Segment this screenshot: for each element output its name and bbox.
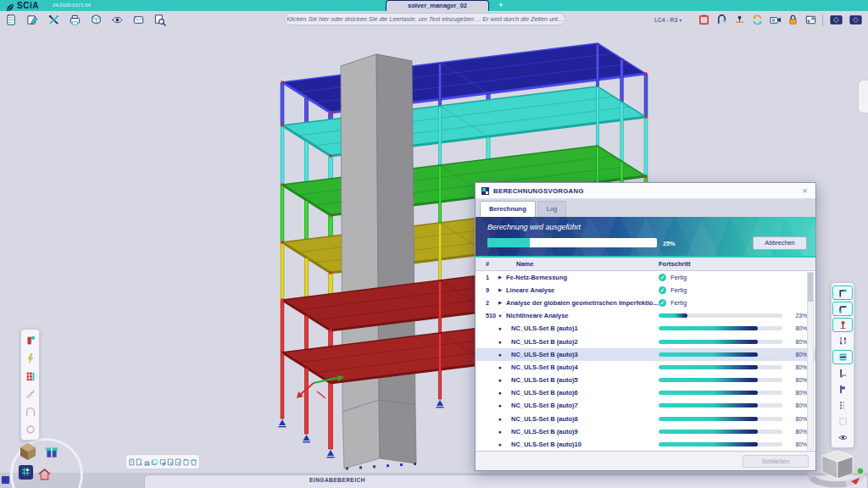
beam-flag-icon[interactable] [832, 382, 853, 396]
document-settings-icon[interactable] [167, 456, 175, 468]
input-panel-bar[interactable] [144, 474, 868, 488]
visibility-icon[interactable] [108, 11, 127, 29]
document-export-icon[interactable] [136, 456, 143, 468]
flag-eu-1-icon[interactable] [826, 11, 845, 29]
grid-red-icon[interactable] [22, 368, 38, 384]
row-progress-bar [659, 352, 782, 357]
header-progress: Fortschritt [659, 260, 815, 268]
chevron-down-icon: ▾ [679, 18, 682, 23]
fullscreen-icon[interactable] [802, 11, 819, 29]
print-icon[interactable] [65, 11, 85, 29]
flag-eu-2-icon[interactable] [846, 11, 865, 29]
close-icon[interactable]: ✕ [800, 187, 810, 195]
beam-node-2-icon[interactable] [832, 302, 853, 316]
stairs-icon[interactable] [22, 385, 38, 402]
row-progress-bar [659, 430, 782, 434]
header-name: Name [516, 260, 659, 268]
search-icon[interactable] [150, 11, 170, 29]
command-line-input[interactable]: Klicken Sie hier oder drücken Sie die Le… [284, 13, 565, 25]
bolt-icon[interactable] [22, 350, 38, 366]
bullet-icon: ● [494, 352, 506, 358]
beam-load-icon[interactable] [832, 366, 853, 380]
arrows-updown-icon[interactable] [832, 334, 853, 348]
row-progress-bar [659, 313, 782, 318]
tools-icon[interactable] [44, 11, 64, 29]
row-number: 510 [476, 312, 494, 319]
table-row[interactable]: ●NC_ULS-Set B (auto)280% [476, 335, 815, 347]
side-panel-handle[interactable] [858, 80, 868, 114]
visibility-small-icon[interactable] [832, 430, 853, 445]
row-number: 2 [476, 299, 494, 307]
container-icon[interactable] [190, 456, 198, 468]
table-row[interactable]: ●NC_ULS-Set B (auto)180% [476, 322, 815, 335]
building-icon[interactable] [143, 456, 151, 468]
selection-box-icon[interactable] [832, 414, 853, 429]
row-name: NC_ULS-Set B (auto)9 [506, 428, 659, 435]
view-camera-icon[interactable] [766, 11, 783, 29]
table-row[interactable]: ●NC_ULS-Set B (auto)380% [476, 348, 815, 361]
clipboard-icon[interactable] [182, 456, 190, 468]
tab-berechnung[interactable]: Berechnung [480, 201, 536, 217]
model-cube-icon[interactable] [17, 440, 39, 464]
cancel-button[interactable]: Abbrechen [753, 236, 807, 250]
arch-icon[interactable] [22, 403, 38, 419]
layer-export-icon[interactable] [159, 456, 167, 468]
ucs-axes[interactable] [297, 375, 344, 398]
layers-stack-icon[interactable] [832, 350, 853, 364]
tab-log[interactable]: Log [537, 201, 567, 217]
new-tab-button[interactable]: + [496, 0, 506, 11]
beam-node-1-icon[interactable] [832, 286, 853, 300]
bim-grid-icon[interactable] [19, 465, 33, 480]
row-progress-label: 80% [787, 325, 807, 331]
status-label: Fertig [670, 299, 687, 307]
scrollbar-thumb[interactable] [808, 273, 813, 302]
table-row[interactable]: ●NC_ULS-Set B (auto)1080% [476, 438, 815, 451]
table-row[interactable]: ●NC_ULS-Set B (auto)880% [476, 413, 815, 425]
overall-progress-label: 25% [663, 240, 676, 247]
row-progress: 80% [659, 352, 815, 358]
layers-copy-icon[interactable] [151, 456, 159, 468]
row-progress-label: 80% [787, 377, 807, 383]
home-icon[interactable] [37, 467, 52, 484]
row-progress-label: 23% [787, 313, 807, 319]
table-row[interactable]: ●NC_ULS-Set B (auto)580% [476, 374, 815, 386]
toolbox-icon[interactable] [44, 444, 59, 462]
document-tab[interactable]: solver_manager_02 [386, 0, 489, 11]
expand-right-icon[interactable]: ▶ [494, 287, 506, 292]
load-case-selector[interactable]: LC4 - R3▾ [654, 14, 693, 26]
table-row[interactable]: 2▶Analyse der globalen geometrischen Imp… [476, 297, 815, 309]
table-row[interactable]: ●NC_ULS-Set B (auto)680% [476, 386, 815, 399]
pin-red-icon[interactable] [832, 318, 853, 332]
dots-grid-icon[interactable] [832, 398, 853, 413]
table-row[interactable]: 510▼Nichtlineare Analyse23% [476, 309, 815, 322]
table-row[interactable]: 1▶Fe-Netz-Bemessung✓Fertig [476, 271, 815, 284]
support-node-icon[interactable] [731, 11, 748, 29]
undo-icon[interactable] [713, 11, 730, 29]
section-icon[interactable] [22, 332, 38, 348]
document-check-icon[interactable] [175, 456, 182, 468]
lock-icon[interactable] [784, 11, 801, 29]
bullet-icon: ● [494, 390, 506, 396]
messages-icon[interactable] [129, 11, 148, 29]
table-row[interactable]: ●NC_ULS-Set B (auto)980% [476, 425, 815, 438]
document-icon[interactable] [128, 456, 136, 468]
row-name: NC_ULS-Set B (auto)5 [506, 376, 659, 384]
expand-right-icon[interactable]: ▶ [494, 300, 506, 305]
collapse-icon[interactable]: ▼ [494, 313, 506, 319]
expand-right-icon[interactable]: ▶ [494, 274, 506, 280]
table-row[interactable]: 9▶Lineare Analyse✓Fertig [476, 284, 815, 297]
refresh-icon[interactable] [748, 11, 765, 29]
clipboard-frame-icon[interactable] [695, 11, 712, 29]
row-progress-bar [659, 326, 782, 330]
close-button[interactable]: Schließen [743, 455, 809, 468]
model-view-icon[interactable] [86, 11, 106, 29]
circle-icon[interactable] [22, 421, 38, 437]
bullet-icon: ● [494, 364, 506, 370]
table-row[interactable]: ●NC_ULS-Set B (auto)780% [476, 399, 815, 412]
open-project-icon[interactable] [23, 11, 42, 29]
row-name: NC_ULS-Set B (auto)7 [506, 402, 659, 409]
concrete-core-base[interactable] [342, 400, 416, 470]
app-logo: SCiA [17, 0, 39, 11]
table-row[interactable]: ●NC_ULS-Set B (auto)480% [476, 361, 815, 374]
dialog-title-bar[interactable]: BERECHNUNGSVORGANG ✕ [476, 183, 815, 199]
